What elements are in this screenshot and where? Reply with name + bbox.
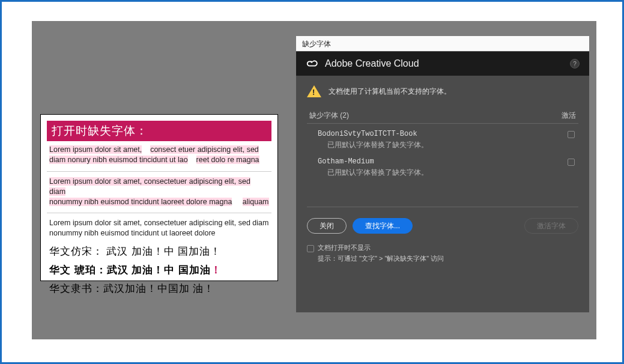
font-name: BodoniSvtyTwoITCTT-Book xyxy=(310,130,562,138)
close-button[interactable]: 关闭 xyxy=(307,218,347,234)
doc-paragraph-3: Lorem ipsum dolor sit amet, consectetuer… xyxy=(47,214,271,242)
activate-checkbox[interactable] xyxy=(568,159,575,166)
activate-fonts-button: 激活字体 xyxy=(524,218,578,234)
font-name: Gotham-Medium xyxy=(310,157,562,166)
warning-icon xyxy=(307,85,321,97)
doc-cn-line-3: 华文隶书：武汉加油！中国加 油！ xyxy=(47,279,271,298)
doc-cn-line-1: 华文仿宋： 武汉 加油！中 国加油！ xyxy=(47,242,271,261)
warning-row: 文档使用了计算机当前不支持的字体。 xyxy=(307,85,578,97)
dont-show-label: 文档打开时不显示 xyxy=(318,243,371,252)
doc-cn-line-2: 华文 琥珀：武汉 加油！中 国加油！ xyxy=(47,261,271,279)
warning-text: 文档使用了计算机当前不支持的字体。 xyxy=(329,86,451,97)
doc-paragraph-1: Lorem ipsum dolor sit amet, consect etue… xyxy=(47,141,271,172)
creative-cloud-bar: Adobe Creative Cloud ? xyxy=(296,52,589,76)
font-item: Gotham-Medium 已用默认字体替换了缺失字体。 xyxy=(310,155,575,183)
help-icon[interactable]: ? xyxy=(570,59,580,68)
dialog-footer: 文档打开时不显示 提示：可通过 "文字" > "解决缺失字体" 访问 xyxy=(307,234,578,273)
list-header-label: 缺少字体 (2) xyxy=(309,111,349,121)
font-message: 已用默认字体替换了缺失字体。 xyxy=(310,140,562,150)
dialog-titlebar: 缺少字体 xyxy=(296,36,589,52)
canvas-workspace: 打开时缺失字体： Lorem ipsum dolor sit amet, con… xyxy=(32,21,596,339)
find-fonts-button[interactable]: 查找字体... xyxy=(353,218,413,234)
font-list-header: 缺少字体 (2) 激活 xyxy=(307,111,578,123)
missing-font-list: BodoniSvtyTwoITCTT-Book 已用默认字体替换了缺失字体。 G… xyxy=(307,123,578,207)
activate-column-label: 激活 xyxy=(562,111,576,121)
font-item: BodoniSvtyTwoITCTT-Book 已用默认字体替换了缺失字体。 xyxy=(310,127,575,155)
dont-show-checkbox[interactable] xyxy=(307,245,314,252)
footer-hint: 提示：可通过 "文字" > "解决缺失字体" 访问 xyxy=(307,254,578,263)
document-title: 打开时缺失字体： xyxy=(47,121,271,141)
missing-fonts-dialog: 缺少字体 Adobe Creative Cloud ? 文档使用了计算机当前不支… xyxy=(296,36,589,312)
activate-checkbox[interactable] xyxy=(568,131,575,138)
creative-cloud-label: Adobe Creative Cloud xyxy=(325,58,419,69)
dialog-actions: 关闭 查找字体... 激活字体 xyxy=(307,207,578,234)
creative-cloud-icon xyxy=(306,57,319,70)
doc-paragraph-2: Lorem ipsum dolor sit amet, consectetuer… xyxy=(47,173,271,214)
document-preview: 打开时缺失字体： Lorem ipsum dolor sit amet, con… xyxy=(40,114,278,281)
font-message: 已用默认字体替换了缺失字体。 xyxy=(310,168,562,178)
